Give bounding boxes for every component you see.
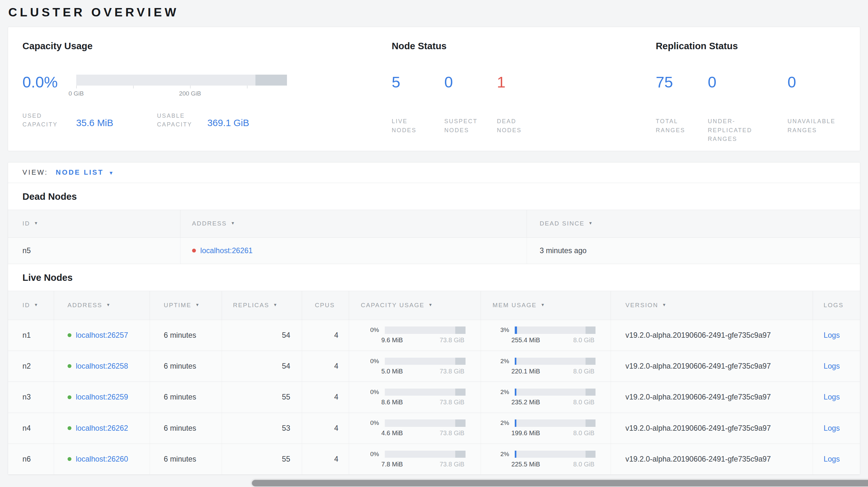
mem-percent-label: 3% bbox=[500, 326, 511, 333]
node-live-icon bbox=[68, 395, 71, 399]
live-node-row: n3 localhost:26259 6 minutes 55 4 0% 8.6… bbox=[8, 382, 860, 413]
sort-desc-icon: ▼ bbox=[195, 302, 199, 307]
suspect-nodes-count: 0 bbox=[444, 73, 497, 92]
mem-total-value: 8.0 GiB bbox=[573, 368, 594, 375]
node-address-link[interactable]: localhost:26262 bbox=[75, 424, 128, 432]
uptime-cell: 6 minutes bbox=[150, 444, 222, 475]
live-col-replicas[interactable]: REPLICAS▼ bbox=[222, 291, 302, 320]
logs-link[interactable]: Logs bbox=[824, 331, 840, 339]
dead-since-cell: 3 minutes ago bbox=[527, 237, 860, 264]
mem-percent-label: 2% bbox=[500, 451, 511, 458]
capacity-usage-section: Capacity Usage 0.0% 0 GiB 200 GiB bbox=[8, 27, 377, 151]
live-nodes-count: 5 bbox=[392, 73, 444, 92]
dead-nodes-header-row: ID▼ ADDRESS▼ DEAD SINCE▼ bbox=[8, 210, 860, 237]
logs-link[interactable]: Logs bbox=[824, 455, 840, 463]
replicas-cell: 53 bbox=[222, 413, 302, 444]
capacity-percent-label: 0% bbox=[370, 358, 381, 365]
version-cell: v19.2.0-alpha.20190606-2491-gfe735c9a97 bbox=[611, 351, 813, 382]
live-col-logs[interactable]: LOGS bbox=[813, 291, 860, 320]
usable-capacity-label: USABLE CAPACITY bbox=[157, 111, 204, 129]
axis-tick bbox=[190, 86, 191, 89]
sort-desc-icon: ▼ bbox=[588, 221, 593, 226]
mem-usage-cell: 2% 235.2 MiB8.0 GiB bbox=[480, 382, 611, 413]
cpus-cell: 4 bbox=[302, 382, 349, 413]
logs-cell: Logs bbox=[813, 413, 860, 444]
logs-cell: Logs bbox=[813, 351, 860, 382]
live-nodes-stat: 5 LIVE NODES bbox=[392, 73, 444, 135]
live-node-row: n2 localhost:26258 6 minutes 54 4 0% 5.0… bbox=[8, 351, 860, 382]
cpus-cell: 4 bbox=[302, 444, 349, 475]
live-col-address[interactable]: ADDRESS▼ bbox=[54, 291, 150, 320]
node-live-icon bbox=[68, 364, 71, 368]
live-nodes-table: ID▼ ADDRESS▼ UPTIME▼ REPLICAS▼ CPUS CAPA… bbox=[8, 291, 860, 475]
live-col-uptime[interactable]: UPTIME▼ bbox=[150, 291, 222, 320]
capacity-total-value: 73.8 GiB bbox=[439, 368, 464, 375]
capacity-bar bbox=[76, 75, 287, 86]
node-id-cell: n4 bbox=[8, 413, 54, 444]
sort-desc-icon: ▼ bbox=[540, 302, 545, 307]
mem-mini-bar bbox=[515, 419, 595, 426]
page-title: CLUSTER OVERVIEW bbox=[0, 0, 868, 27]
dead-nodes-title: Dead Nodes bbox=[8, 183, 860, 210]
view-dropdown[interactable]: NODE LIST ▼ bbox=[56, 168, 115, 176]
horizontal-scrollbar[interactable] bbox=[252, 480, 868, 487]
mem-used-value: 255.4 MiB bbox=[512, 336, 540, 344]
total-ranges-label: TOTAL RANGES bbox=[656, 117, 695, 135]
capacity-used-value: 8.6 MiB bbox=[381, 398, 403, 406]
mem-usage-cell: 2% 199.6 MiB8.0 GiB bbox=[480, 413, 611, 444]
live-col-cpus[interactable]: CPUS bbox=[302, 291, 349, 320]
capacity-usage-cell: 0% 7.8 MiB73.8 GiB bbox=[349, 444, 481, 475]
cpus-cell: 4 bbox=[302, 320, 349, 351]
mem-total-value: 8.0 GiB bbox=[573, 461, 594, 468]
capacity-percent: 0.0% bbox=[23, 73, 76, 92]
uptime-cell: 6 minutes bbox=[150, 351, 222, 382]
node-id-cell: n6 bbox=[8, 444, 54, 475]
live-col-version[interactable]: VERSION▼ bbox=[611, 291, 813, 320]
logs-cell: Logs bbox=[813, 320, 860, 351]
node-address-link[interactable]: localhost:26258 bbox=[75, 362, 128, 370]
capacity-axis: 0 GiB 200 GiB bbox=[76, 86, 287, 89]
node-id-cell: n2 bbox=[8, 351, 54, 382]
live-nodes-header-row: ID▼ ADDRESS▼ UPTIME▼ REPLICAS▼ CPUS CAPA… bbox=[8, 291, 860, 320]
capacity-usage-cell: 0% 5.0 MiB73.8 GiB bbox=[349, 351, 481, 382]
axis-tick bbox=[76, 86, 77, 89]
live-col-mem-usage[interactable]: MEM USAGE▼ bbox=[480, 291, 611, 320]
mem-percent-label: 2% bbox=[500, 419, 511, 426]
view-dropdown-value: NODE LIST bbox=[56, 168, 103, 176]
used-capacity-label: USED CAPACITY bbox=[23, 111, 62, 129]
replication-status-title: Replication Status bbox=[656, 40, 860, 53]
live-node-row: n6 localhost:26260 6 minutes 55 4 0% 7.8… bbox=[8, 444, 860, 475]
axis-tick-label: 0 GiB bbox=[68, 90, 84, 97]
logs-link[interactable]: Logs bbox=[824, 424, 840, 432]
capacity-percent-label: 0% bbox=[370, 389, 381, 396]
node-address-link[interactable]: localhost:26260 bbox=[75, 455, 128, 463]
node-address-link[interactable]: localhost:26261 bbox=[200, 247, 253, 255]
logs-cell: Logs bbox=[813, 444, 860, 475]
capacity-usage-cell: 0% 9.6 MiB73.8 GiB bbox=[349, 320, 481, 351]
capacity-total-value: 73.8 GiB bbox=[439, 336, 464, 344]
capacity-mini-bar bbox=[385, 326, 466, 333]
replicas-cell: 55 bbox=[222, 382, 302, 413]
cluster-overview-page: CLUSTER OVERVIEW Capacity Usage 0.0% 0 G… bbox=[0, 0, 868, 487]
dead-col-dead-since[interactable]: DEAD SINCE▼ bbox=[527, 210, 860, 237]
node-address-link[interactable]: localhost:26257 bbox=[75, 331, 128, 339]
capacity-mini-bar bbox=[385, 389, 466, 396]
logs-link[interactable]: Logs bbox=[824, 362, 840, 370]
axis-tick bbox=[247, 86, 248, 89]
used-capacity-value: 35.6 MiB bbox=[76, 117, 157, 129]
mem-total-value: 8.0 GiB bbox=[573, 336, 594, 344]
capacity-percent-label: 0% bbox=[370, 419, 381, 426]
dead-col-address[interactable]: ADDRESS▼ bbox=[180, 210, 527, 237]
node-address-link[interactable]: localhost:26259 bbox=[75, 393, 128, 401]
logs-link[interactable]: Logs bbox=[824, 393, 840, 401]
node-live-icon bbox=[68, 333, 71, 337]
capacity-total-value: 73.8 GiB bbox=[439, 461, 464, 468]
capacity-mini-bar bbox=[385, 358, 466, 365]
unavailable-ranges-label: UNAVAILABLE RANGES bbox=[787, 117, 848, 135]
node-status-section: Node Status 5 LIVE NODES 0 SUSPECT NODES… bbox=[377, 27, 642, 151]
live-col-id[interactable]: ID▼ bbox=[8, 291, 54, 320]
live-col-capacity-usage[interactable]: CAPACITY USAGE▼ bbox=[349, 291, 481, 320]
mem-used-value: 199.6 MiB bbox=[512, 429, 540, 437]
dead-col-id[interactable]: ID▼ bbox=[8, 210, 180, 237]
sort-desc-icon: ▼ bbox=[231, 221, 235, 226]
